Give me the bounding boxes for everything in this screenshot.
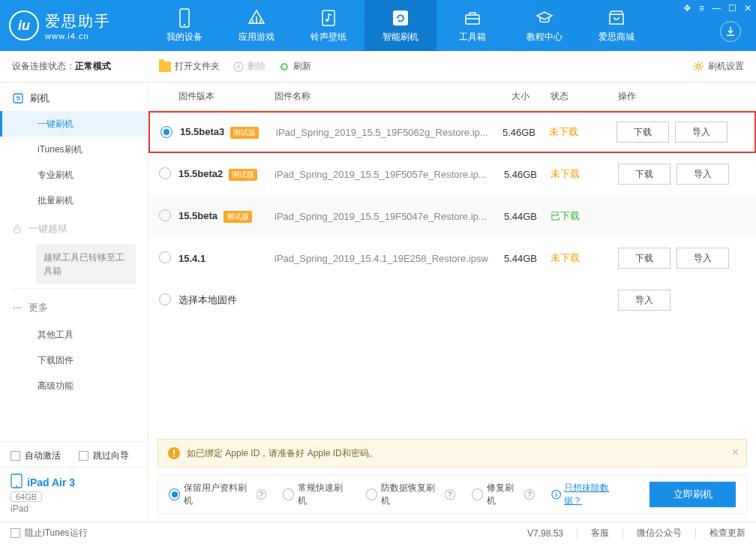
firmware-row[interactable]: 15.5beta2 测试版iPad_Spring_2019_15.5_19F50…	[148, 153, 756, 195]
wechat-link[interactable]: 微信公众号	[637, 527, 682, 539]
firmware-row-local[interactable]: 选择本地固件导入	[148, 279, 756, 321]
minimize-icon[interactable]: —	[712, 3, 721, 14]
help-icon[interactable]: ?	[256, 489, 266, 500]
download-indicator-icon[interactable]	[720, 21, 741, 42]
sidebar-item-advanced[interactable]: 高级功能	[0, 373, 148, 398]
tab-store[interactable]: 爱思商城	[580, 0, 652, 51]
jailbreak-moved-notice: 越狱工具已转移至工具箱	[36, 245, 136, 284]
sidebar-item-other-tools[interactable]: 其他工具	[0, 322, 148, 347]
info-icon	[551, 489, 561, 500]
sidebar: 刷机 一键刷机 iTunes刷机 专业刷机 批量刷机 一键越狱 越狱工具已转移至…	[0, 83, 148, 521]
opt-antirecovery[interactable]: 防数据恢复刷机 ?	[366, 482, 455, 507]
gear-icon	[693, 61, 704, 72]
skip-guide-label: 跳过向导	[93, 449, 129, 462]
radio-icon	[169, 488, 180, 500]
skin-icon[interactable]: ❖	[683, 3, 692, 14]
svg-rect-16	[173, 449, 175, 454]
sidebar-item-oneclick[interactable]: 一键刷机	[0, 111, 148, 137]
window-controls: ❖ ≡ — ☐ ✕	[683, 3, 752, 14]
app-logo: iu 爱思助手 www.i4.cn	[0, 11, 148, 41]
firmware-row[interactable]: 15.5beta 测试版iPad_Spring_2019_15.5_19F504…	[148, 195, 756, 237]
download-button[interactable]: 下载	[618, 248, 670, 269]
sidebar-item-pro[interactable]: 专业刷机	[0, 162, 148, 188]
import-button[interactable]: 导入	[676, 248, 729, 269]
svg-rect-17	[173, 455, 175, 457]
col-version: 固件版本	[178, 90, 274, 103]
svg-rect-20	[556, 492, 556, 493]
radio-icon[interactable]	[160, 126, 172, 138]
device-capacity: 64GB	[10, 491, 42, 502]
tab-smart-flash[interactable]: 智能刷机	[364, 0, 436, 51]
maximize-icon[interactable]: ☐	[728, 3, 736, 14]
download-button[interactable]: 下载	[618, 164, 670, 185]
sidebar-item-itunes[interactable]: iTunes刷机	[0, 137, 148, 162]
toolbox-icon	[463, 8, 482, 28]
warning-icon	[167, 446, 181, 460]
radio-icon[interactable]	[159, 209, 171, 221]
radio-icon	[366, 488, 377, 500]
status-bar: 阻止iTunes运行 V7.98.53 客服 微信公众号 检查更新	[0, 521, 756, 544]
col-size: 大小	[490, 90, 550, 103]
opt-keep-data[interactable]: 保留用户资料刷机 ?	[169, 482, 266, 507]
open-folder-button[interactable]: 打开文件夹	[159, 60, 220, 73]
table-header: 固件版本 固件名称 大小 状态 操作	[148, 83, 756, 111]
flash-now-button[interactable]: 立即刷机	[650, 482, 736, 507]
app-version: V7.98.53	[527, 528, 563, 539]
store-icon	[607, 8, 626, 28]
tab-toolbox[interactable]: 工具箱	[436, 0, 508, 51]
svg-rect-4	[393, 11, 408, 26]
svg-rect-19	[556, 494, 556, 497]
sidebar-group-more[interactable]: 更多	[0, 293, 148, 322]
close-icon[interactable]: ✕	[744, 3, 752, 14]
refresh-button[interactable]: 刷新	[279, 60, 311, 73]
svg-point-7	[697, 65, 700, 68]
opt-normal[interactable]: 常规快速刷机	[283, 482, 350, 507]
auto-activate-checkbox[interactable]	[10, 451, 20, 461]
svg-point-11	[16, 307, 18, 308]
help-icon[interactable]: ?	[445, 489, 454, 500]
phone-icon	[175, 8, 194, 28]
tab-tutorials[interactable]: 教程中心	[508, 0, 580, 51]
skip-guide-checkbox[interactable]	[79, 451, 88, 461]
help-icon[interactable]: ?	[524, 489, 534, 500]
device-type: iPad	[10, 503, 137, 514]
radio-icon[interactable]	[159, 251, 171, 263]
svg-point-1	[184, 23, 185, 25]
radio-icon[interactable]	[159, 293, 171, 305]
logo-icon: iu	[9, 11, 39, 41]
tab-my-device[interactable]: 我的设备	[148, 0, 220, 51]
menu-icon[interactable]: ≡	[699, 3, 704, 14]
radio-icon	[472, 488, 483, 500]
lock-icon	[12, 224, 22, 234]
sidebar-item-download-fw[interactable]: 下载固件	[0, 347, 148, 373]
svg-rect-8	[14, 94, 22, 103]
notice-close-icon[interactable]: ×	[732, 446, 739, 459]
check-update-link[interactable]: 检查更新	[710, 527, 746, 539]
support-link[interactable]: 客服	[591, 527, 609, 539]
sidebar-item-batch[interactable]: 批量刷机	[0, 188, 148, 213]
firmware-row[interactable]: 15.4.1iPad_Spring_2019_15.4.1_19E258_Res…	[148, 237, 756, 279]
opt-repair[interactable]: 修复刷机 ?	[472, 482, 535, 507]
firmware-list: 15.5beta3 测试版iPad_Spring_2019_15.5_19F50…	[148, 111, 756, 321]
title-bar: iu 爱思助手 www.i4.cn 我的设备 应用游戏 铃声壁纸 智能刷机 工具…	[0, 0, 756, 51]
sidebar-group-flash: 刷机	[0, 83, 148, 111]
firmware-row[interactable]: 15.5beta3 测试版iPad_Spring_2019_15.5_19F50…	[148, 111, 756, 153]
radio-icon[interactable]	[159, 167, 171, 179]
flash-options: 保留用户资料刷机 ? 常规快速刷机 防数据恢复刷机 ? 修复刷机 ? 只想抹除数…	[158, 475, 747, 514]
device-name: iPad Air 3	[27, 476, 75, 488]
delete-button[interactable]: 删除	[233, 60, 266, 73]
download-button[interactable]: 下载	[616, 122, 669, 143]
col-status: 状态	[550, 90, 610, 103]
flash-settings-button[interactable]: 刷机设置	[693, 60, 744, 73]
tab-apps-games[interactable]: 应用游戏	[220, 0, 292, 51]
svg-rect-9	[14, 228, 20, 233]
apps-icon	[247, 8, 266, 28]
import-button[interactable]: 导入	[618, 290, 670, 311]
import-button[interactable]: 导入	[676, 164, 729, 185]
tab-ringtones[interactable]: 铃声壁纸	[292, 0, 364, 51]
block-itunes-checkbox[interactable]	[10, 528, 20, 538]
svg-rect-5	[466, 15, 479, 24]
erase-only-link[interactable]: 只想抹除数据？	[551, 482, 625, 507]
radio-icon	[283, 488, 294, 500]
import-button[interactable]: 导入	[675, 122, 728, 143]
